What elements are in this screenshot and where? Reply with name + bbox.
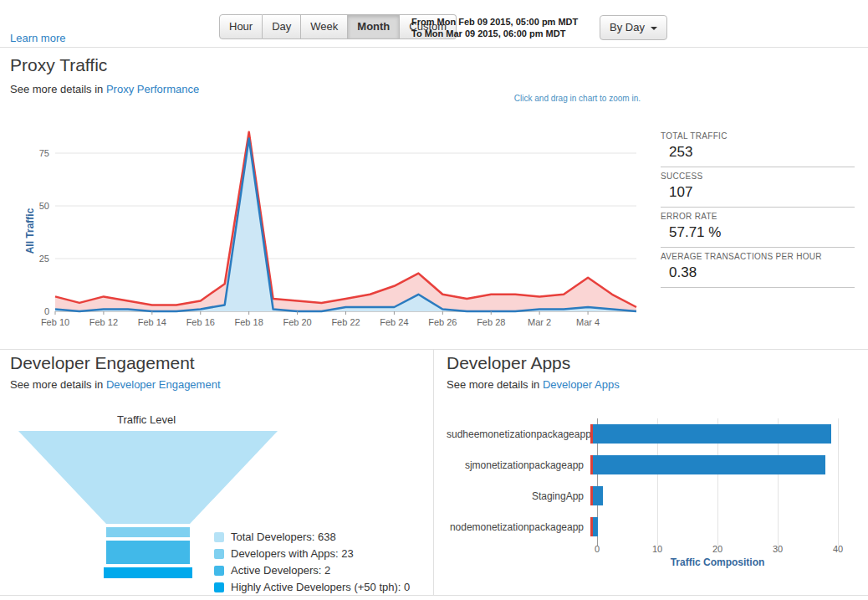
- legend-swatch: [214, 532, 224, 542]
- bar-row: StagingApp: [447, 480, 853, 511]
- stat-label: AVERAGE TRANSACTIONS PER HOUR: [661, 252, 855, 261]
- svg-text:Mar 4: Mar 4: [576, 317, 600, 327]
- svg-text:75: 75: [39, 148, 49, 158]
- legend-label: Highly Active Developers (+50 tph): 0: [231, 581, 410, 593]
- legend-swatch: [214, 582, 224, 592]
- bar-chart-x-axis: 010203040: [597, 542, 853, 555]
- stat-average-tph: AVERAGE TRANSACTIONS PER HOUR 0.38: [661, 248, 855, 288]
- developer-engagement-link[interactable]: Developer Engagement: [106, 378, 221, 391]
- date-from: From Mon Feb 09 2015, 05:00 pm MDT: [411, 16, 578, 28]
- granularity-dropdown-button[interactable]: By Day: [600, 15, 667, 40]
- bar: [590, 455, 825, 474]
- caret-down-icon: [651, 27, 657, 30]
- bottom-divider: [0, 595, 868, 596]
- legend-label: Developers with Apps: 23: [231, 547, 354, 560]
- bar-segment-traffic: [593, 424, 831, 444]
- svg-text:Feb 10: Feb 10: [41, 317, 69, 327]
- funnel-title: Traffic Level: [71, 413, 222, 426]
- svg-text:50: 50: [39, 201, 49, 211]
- x-axis-title: Traffic Composition: [597, 556, 838, 568]
- x-tick-label: 10: [652, 544, 662, 554]
- svg-text:Feb 14: Feb 14: [138, 317, 166, 327]
- bar-row: sjmonetizationpackageapp: [447, 449, 853, 480]
- bar-row: nodemonetizationpackageapp: [447, 511, 853, 542]
- x-tick-label: 0: [595, 544, 600, 554]
- funnel-segment-active-developers: [106, 541, 190, 564]
- details-prefix: See more details in: [447, 378, 539, 391]
- time-range-week-button[interactable]: Week: [301, 14, 348, 39]
- proxy-traffic-details: See more details in Proxy Performance: [10, 83, 199, 95]
- svg-text:Feb 26: Feb 26: [428, 317, 457, 327]
- bar-chart-rows: sudheemonetizationpackageappsjmonetizati…: [447, 418, 853, 542]
- proxy-performance-link[interactable]: Proxy Performance: [106, 83, 199, 95]
- svg-text:Feb 28: Feb 28: [477, 317, 505, 327]
- panel-divider: [433, 349, 434, 595]
- bar-category-label: nodemonetizationpackageapp: [447, 521, 590, 533]
- stat-value: 0.38: [661, 261, 855, 281]
- time-range-day-button[interactable]: Day: [263, 14, 301, 39]
- stat-success: SUCCESS 107: [661, 167, 855, 208]
- legend-item-active-developers: Active Developers: 2: [214, 564, 410, 577]
- svg-text:Feb 20: Feb 20: [283, 317, 311, 327]
- developer-apps-details: See more details in Developer Apps: [447, 378, 620, 391]
- zoom-hint: Click and drag in chart to zoom in.: [435, 94, 641, 103]
- svg-text:Feb 22: Feb 22: [331, 317, 360, 327]
- legend-label: Active Developers: 2: [231, 564, 330, 577]
- svg-text:Feb 18: Feb 18: [235, 317, 263, 327]
- stat-label: ERROR RATE: [661, 212, 855, 221]
- stat-label: SUCCESS: [661, 172, 855, 181]
- stat-label: TOTAL TRAFFIC: [661, 131, 855, 141]
- svg-text:0: 0: [44, 306, 49, 316]
- x-tick-label: 20: [712, 544, 722, 554]
- legend-item-total-developers: Total Developers: 638: [214, 531, 410, 543]
- bar: [590, 517, 598, 536]
- bar-segment-traffic: [593, 517, 598, 536]
- time-range-month-button[interactable]: Month: [348, 14, 400, 39]
- x-tick-label: 30: [773, 544, 783, 554]
- funnel-segment-developers-with-apps: [106, 527, 190, 537]
- bar-category-label: sjmonetizationpackageapp: [447, 459, 590, 471]
- bar-category-label: StagingApp: [447, 490, 590, 502]
- svg-text:Mar 2: Mar 2: [528, 317, 551, 327]
- date-range: From Mon Feb 09 2015, 05:00 pm MDT To Mo…: [411, 16, 578, 39]
- proxy-stats: TOTAL TRAFFIC 253 SUCCESS 107 ERROR RATE…: [661, 127, 855, 288]
- learn-more-link[interactable]: Learn more: [10, 32, 65, 44]
- details-prefix: See more details in: [10, 83, 103, 95]
- svg-text:Feb 24: Feb 24: [380, 317, 408, 327]
- date-to: To Mon Mar 09 2015, 06:00 pm MDT: [411, 28, 578, 39]
- bar-segment-traffic: [593, 486, 603, 505]
- stat-value: 57.71 %: [661, 221, 855, 241]
- legend-item-highly-active-developers: Highly Active Developers (+50 tph): 0: [214, 581, 410, 593]
- legend-swatch: [214, 549, 224, 559]
- x-tick-label: 40: [833, 544, 843, 554]
- bar-segment-traffic: [593, 455, 825, 474]
- details-prefix: See more details in: [10, 378, 103, 391]
- granularity-label: By Day: [610, 21, 645, 33]
- proxy-traffic-chart[interactable]: 0255075Feb 10Feb 12Feb 14Feb 16Feb 18Feb…: [22, 117, 641, 333]
- svg-text:Feb 16: Feb 16: [186, 317, 215, 327]
- funnel-segment-highly-active-developers: [104, 567, 192, 578]
- developer-apps-link[interactable]: Developer Apps: [543, 378, 620, 391]
- stat-value: 107: [661, 181, 855, 201]
- developer-engagement-title: Developer Engagement: [10, 353, 195, 373]
- legend-item-developers-with-apps: Developers with Apps: 23: [214, 547, 410, 560]
- time-range-hour-button[interactable]: Hour: [219, 14, 263, 39]
- developer-apps-title: Developer Apps: [447, 353, 570, 373]
- svg-text:Feb 12: Feb 12: [89, 317, 118, 327]
- developer-apps-chart: sudheemonetizationpackageappsjmonetizati…: [447, 418, 853, 568]
- developer-engagement-details: See more details in Developer Engagement: [10, 378, 221, 391]
- funnel-segment-total-developers: [18, 431, 278, 524]
- svg-text:25: 25: [39, 254, 49, 264]
- bar-category-label: sudheemonetizationpackageapp: [447, 428, 590, 440]
- section-divider: [0, 349, 868, 350]
- toolbar-divider: [0, 47, 868, 48]
- bar: [590, 486, 603, 505]
- stat-total-traffic: TOTAL TRAFFIC 253: [661, 127, 855, 167]
- legend-swatch: [214, 566, 224, 576]
- stat-error-rate: ERROR RATE 57.71 %: [661, 208, 855, 248]
- stat-value: 253: [661, 141, 855, 161]
- proxy-traffic-title: Proxy Traffic: [10, 55, 107, 75]
- bar-row: sudheemonetizationpackageapp: [447, 418, 853, 449]
- bar: [590, 424, 831, 444]
- funnel-legend: Total Developers: 638 Developers with Ap…: [214, 531, 410, 597]
